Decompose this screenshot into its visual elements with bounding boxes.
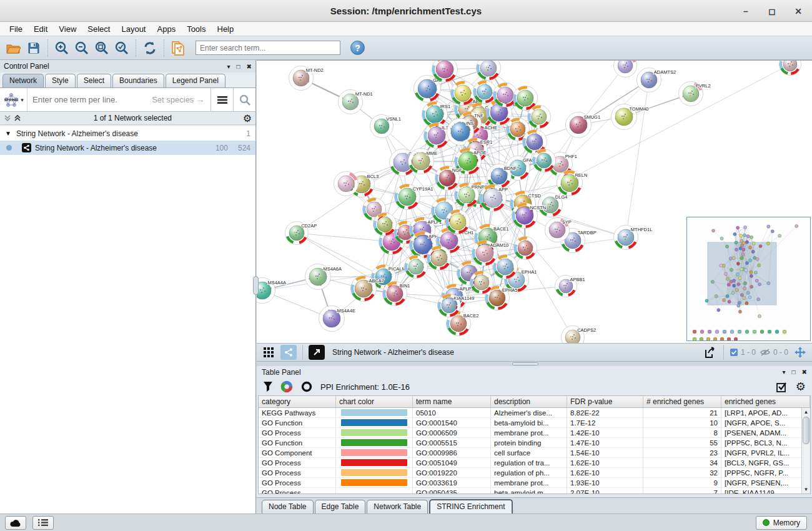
string-protein-query-button[interactable]: STRING ▾ [0,88,27,111]
zoom-in-button[interactable] [52,39,72,57]
tab-node-table[interactable]: Node Table [262,500,314,514]
column-header[interactable]: FDR p-value [567,396,643,407]
menu-select[interactable]: Select [82,23,116,35]
chart-donut-icon[interactable] [280,380,293,393]
horizontal-splitter[interactable] [257,362,812,366]
float-panel-icon[interactable]: □ [237,63,240,70]
protein-node[interactable] [533,149,556,172]
protein-node-pvrl2[interactable]: PVRL2 [679,82,711,106]
menu-view[interactable]: View [53,23,82,35]
splitter-handle[interactable] [512,362,538,365]
pan-mode-button[interactable] [792,345,808,360]
string-options-button[interactable] [210,88,233,111]
menu-help[interactable]: Help [212,23,240,35]
string-search-button[interactable] [233,88,255,111]
select-all-checkbox-icon[interactable] [776,382,787,392]
table-row[interactable]: GO ProcessGO:0050435beta-amyloid m...2.0… [259,488,810,494]
tab-edge-table[interactable]: Edge Table [315,500,366,514]
enrichment-table[interactable]: categorychart colorterm namedescriptionF… [258,395,811,494]
collection-expander-icon[interactable]: ▼ [5,130,11,137]
export-view-button[interactable] [701,345,718,360]
string-query-input[interactable] [27,88,210,111]
protein-node-smug1[interactable]: SMUG1 [566,112,601,138]
zoom-selected-button[interactable] [112,39,132,57]
cloud-services-button[interactable] [5,516,26,530]
scroll-up-icon[interactable]: ▲ [802,409,810,415]
share-view-button[interactable] [280,345,297,360]
network-options-gear-icon[interactable]: ⚙ [243,112,252,124]
table-row[interactable]: GO ComponentGO:0009986cell surface1.54E-… [259,448,810,458]
column-header[interactable]: # enriched genes [643,396,721,407]
panel-menu-icon[interactable]: ▾ [227,63,230,70]
help-button[interactable]: ? [350,41,365,55]
float-panel-icon[interactable]: □ [792,369,796,375]
tab-network[interactable]: Network [2,74,44,87]
protein-node-ms4a4e[interactable]: MS4A4E [319,306,356,332]
open-session-button[interactable] [4,39,24,57]
grid-view-button[interactable] [260,345,277,360]
menu-apps[interactable]: Apps [152,23,182,35]
protein-node-ncstn[interactable]: NCSTN [512,203,547,229]
protein-node-cyp19a1[interactable]: CYP19A1 [395,184,433,210]
detach-view-button[interactable] [309,345,325,360]
maximize-icon[interactable]: ◻ [767,6,777,16]
protein-node-tardbp[interactable]: TARDBP [561,229,597,253]
table-row[interactable]: KEGG Pathways05010Alzheimer's dise...8.8… [259,408,810,418]
panel-splitter-handle[interactable] [253,276,259,295]
task-history-button[interactable] [32,516,54,530]
column-header[interactable]: chart color [336,396,413,407]
table-row[interactable]: GO ProcessGO:0051049regulation of tra...… [259,458,810,468]
protein-node-apbb1[interactable]: APBB1 [555,275,585,297]
menu-file[interactable]: File [4,23,28,35]
table-row[interactable]: GO FunctionGO:0005515protein binding1.47… [259,438,810,448]
protein-node-mthfd1l[interactable]: MTHFD1L [614,226,653,250]
table-scrollbar[interactable]: ▲ ▼ [801,408,810,494]
protein-node-cadps2[interactable]: CADPS2 [562,326,597,344]
protein-node[interactable] [477,61,501,81]
network-canvas[interactable]: MT-ND2MT-ND1VSNL1CD2APMS4A4AMS4A6AMS4A4E… [257,60,812,343]
protein-node-vsnl1[interactable]: VSNL1 [370,115,401,138]
tab-style[interactable]: Style [45,74,76,87]
protein-node[interactable] [780,61,801,76]
protein-node-mt-nd1[interactable]: MT-ND1 [339,90,373,114]
tab-network-table[interactable]: Network Table [367,500,428,514]
network-collection-row[interactable]: ▼ String Network - Alzheimer's disease 1 [0,126,255,141]
close-icon[interactable]: ✕ [793,6,803,16]
menu-edit[interactable]: Edit [28,23,53,35]
zoom-out-button[interactable] [72,39,92,57]
tab-select[interactable]: Select [77,74,111,87]
save-session-button[interactable] [24,39,44,57]
network-row[interactable]: String Network - Alzheimer's disease 100… [0,141,255,155]
protein-node-ms4a4a[interactable]: MS4A4A [257,278,286,304]
close-panel-icon[interactable]: ✖ [247,63,252,70]
minimize-icon[interactable]: – [741,6,751,16]
tab-legend-panel[interactable]: Legend Panel [166,74,225,87]
protein-node-cd2ap[interactable]: CD2AP [285,222,317,245]
search-input[interactable] [196,41,340,55]
table-row[interactable]: GO ProcessGO:0033619membrane prot...1.93… [259,478,810,488]
tab-string-enrichment[interactable]: STRING Enrichment [429,499,512,514]
table-row[interactable]: GO ProcessGO:0006509membrane prot...1.42… [259,428,810,438]
protein-node-tomm40[interactable]: TOMM40 [611,104,649,130]
filter-icon[interactable] [263,381,273,392]
table-settings-gear-icon[interactable]: ⚙ [796,380,806,394]
menu-layout[interactable]: Layout [116,23,151,35]
protein-node-abca7[interactable]: ABCA7 [351,276,385,302]
close-panel-icon[interactable]: ✖ [802,369,807,375]
birds-eye-view[interactable] [686,217,811,341]
column-header[interactable]: category [259,396,336,407]
ring-chart-icon[interactable] [300,380,313,393]
zoom-fit-button[interactable] [92,39,112,57]
memory-button[interactable]: Memory [756,516,807,530]
tab-boundaries[interactable]: Boundaries [112,74,164,87]
scrollbar-thumb[interactable] [803,417,810,444]
collapse-expand-icons[interactable] [4,114,22,122]
import-network-button[interactable] [168,39,188,57]
panel-menu-icon[interactable]: ▾ [783,369,786,375]
column-header[interactable]: term name [413,396,491,407]
protein-node-adamts2[interactable]: ADAMTS2 [637,68,676,92]
table-row[interactable]: GO FunctionGO:0001540beta-amyloid bi...1… [259,418,810,428]
column-header[interactable]: enriched genes [721,396,810,407]
protein-node-reln[interactable]: RELN [557,171,588,196]
protein-node[interactable] [614,61,637,77]
